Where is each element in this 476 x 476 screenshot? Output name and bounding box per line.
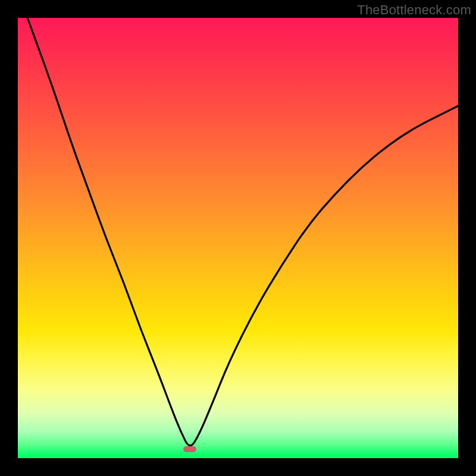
attribution-text: TheBottleneck.com <box>357 2 471 18</box>
curve-path <box>18 0 458 446</box>
chart-frame: TheBottleneck.com <box>0 0 476 476</box>
minimum-marker <box>183 446 196 452</box>
plot-area <box>18 18 458 458</box>
bottleneck-curve <box>18 18 458 458</box>
